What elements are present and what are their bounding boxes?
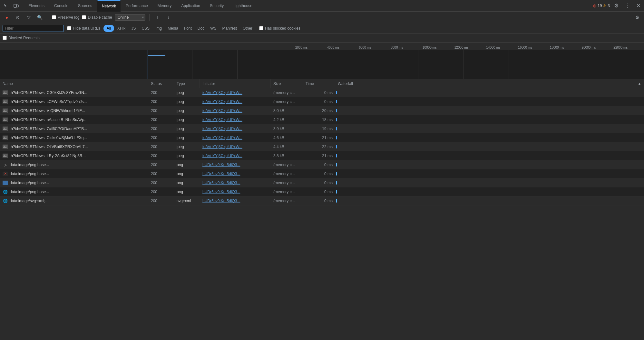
filter-all-button[interactable]: All xyxy=(103,25,114,32)
network-settings-icon[interactable]: ⚙ xyxy=(633,13,641,22)
close-devtools-icon[interactable]: ✕ xyxy=(634,1,643,10)
filter-media-button[interactable]: Media xyxy=(165,25,181,32)
table-row[interactable]: th?id=OPN.RTNews_OLVBbt8XPRXOhAL7... 200… xyxy=(0,142,644,151)
disable-cache-label[interactable]: Disable cache xyxy=(82,15,112,20)
tab-elements[interactable]: Elements xyxy=(24,0,49,12)
timeline-label-1: 4000 ms xyxy=(326,46,358,49)
td-status-2: 200 xyxy=(148,106,174,115)
table-row[interactable]: th?id=OPN.RTNews_7ciI6CPOtDaunHPTB... 20… xyxy=(0,124,644,133)
tab-console[interactable]: Console xyxy=(50,0,73,12)
waterfall-bar-3 xyxy=(336,118,337,121)
td-status-6: 200 xyxy=(148,142,174,151)
table-row[interactable]: th?id=OPN.RTNews_cCFWgSuVTqdv0nJs... 200… xyxy=(0,97,644,106)
td-initiator-7[interactable]: ioAVnYYj8CxpiUPxW... xyxy=(200,151,271,160)
th-waterfall[interactable]: Waterfall ▲ xyxy=(335,79,644,88)
tab-sources[interactable]: Sources xyxy=(73,0,97,12)
disable-cache-checkbox[interactable] xyxy=(82,15,86,19)
filter-button[interactable]: ▽ xyxy=(24,13,33,22)
tab-performance[interactable]: Performance xyxy=(121,0,152,12)
image-icon-0 xyxy=(3,90,8,95)
blocked-requests-label[interactable]: Blocked Requests xyxy=(3,36,40,40)
table-row[interactable]: th?id=OPN.RTNews_nAaccetB_NbnSuAVp... 20… xyxy=(0,115,644,124)
timeline-chart xyxy=(0,50,644,79)
tab-memory[interactable]: Memory xyxy=(153,0,176,12)
td-time-7: 21 ms xyxy=(303,151,335,160)
th-status[interactable]: Status xyxy=(148,79,174,88)
td-type-2: jpeg xyxy=(174,106,200,115)
td-initiator-9[interactable]: hUDr5cv9tKe-5diQ3... xyxy=(200,169,271,178)
filter-css-button[interactable]: CSS xyxy=(139,25,152,32)
filter-xhr-button[interactable]: XHR xyxy=(115,25,128,32)
td-initiator-3[interactable]: ioAVnYYj8CxpiUPxW... xyxy=(200,115,271,124)
filter-bar: Hide data URLs All XHR JS CSS Img Media … xyxy=(0,23,644,33)
network-throttle-select[interactable]: Online No throttling Slow 3G Fast 3G xyxy=(115,14,145,21)
td-initiator-6[interactable]: ioAVnYYj8CxpiUPxW... xyxy=(200,142,271,151)
table-row[interactable]: 🌐 data:image/png;base... 200 png hUDr5cv… xyxy=(0,187,644,196)
search-button[interactable]: 🔍 xyxy=(35,13,44,22)
tab-application[interactable]: Application xyxy=(177,0,205,12)
td-initiator-1[interactable]: ioAVnYYj8CxpiUPxW... xyxy=(200,97,271,106)
image-icon-1 xyxy=(3,99,8,104)
filter-js-button[interactable]: JS xyxy=(129,25,138,32)
td-initiator-5[interactable]: ioAVnYYj8CxpiUPxW... xyxy=(200,133,271,142)
filter-font-button[interactable]: Font xyxy=(181,25,194,32)
stop-button[interactable]: ⊘ xyxy=(14,13,22,22)
table-row[interactable]: th?id=OPN.RTNews_V-QNlW5hhomI1YtE... 200… xyxy=(0,106,644,115)
table-row[interactable]: ✕ data:image/png;base... 200 png hUDr5cv… xyxy=(0,169,644,178)
td-initiator-12[interactable]: hUDr5cv9tKe-5diQ3... xyxy=(200,196,271,205)
blocked-requests-checkbox[interactable] xyxy=(3,36,7,40)
timeline-label-8: 18000 ms xyxy=(549,46,581,49)
preserve-log-label[interactable]: Preserve log xyxy=(52,15,79,20)
td-time-5: 21 ms xyxy=(303,133,335,142)
image-icon-5 xyxy=(3,136,8,140)
filter-other-button[interactable]: Other xyxy=(240,25,255,32)
td-time-8: 0 ms xyxy=(303,160,335,169)
td-time-3: 18 ms xyxy=(303,115,335,124)
table-row[interactable]: 🌐 data:image/svg+xml;... 200 svg+xml hUD… xyxy=(0,196,644,205)
table-row[interactable]: th?id=OPN.RTNews_CG0kKIJ2s8YFuwGN... 200… xyxy=(0,88,644,97)
more-options-icon[interactable]: ⋮ xyxy=(623,1,632,10)
td-initiator-4[interactable]: ioAVnYYj8CxpiUPxW... xyxy=(200,124,271,133)
th-type[interactable]: Type xyxy=(174,79,200,88)
device-toolbar-icon[interactable] xyxy=(12,1,21,10)
has-blocked-cookies-checkbox[interactable] xyxy=(259,26,263,30)
table-row[interactable]: th?id=OPN.RTNews_Cidks0wSjMaG-LFXq... 20… xyxy=(0,133,644,142)
th-time[interactable]: Time xyxy=(303,79,335,88)
td-initiator-10[interactable]: hUDr5cv9tKe-5diQ3... xyxy=(200,178,271,187)
th-size[interactable]: Size xyxy=(271,79,303,88)
filter-img-button[interactable]: Img xyxy=(153,25,164,32)
devtools-settings-icon[interactable]: ⚙ xyxy=(612,1,621,10)
cursor-icon[interactable] xyxy=(1,1,10,10)
td-initiator-0[interactable]: ioAVnYYj8CxpiUPxW... xyxy=(200,88,271,97)
filter-input[interactable] xyxy=(3,25,64,32)
upload-har-button[interactable]: ↑ xyxy=(153,13,162,22)
timeline-grid xyxy=(147,50,644,79)
hide-data-urls-label[interactable]: Hide data URLs xyxy=(67,26,100,31)
download-har-button[interactable]: ↓ xyxy=(164,13,173,22)
tab-lighthouse[interactable]: Lighthouse xyxy=(229,0,257,12)
filter-manifest-button[interactable]: Manifest xyxy=(220,25,239,32)
hide-data-urls-checkbox[interactable] xyxy=(67,26,71,30)
has-blocked-cookies-label[interactable]: Has blocked cookies xyxy=(259,26,300,31)
timeline-label-7: 16000 ms xyxy=(517,46,549,49)
td-initiator-2[interactable]: ioAVnYYj8CxpiUPxW... xyxy=(200,106,271,115)
td-waterfall-0 xyxy=(335,88,644,97)
grid-line-4 xyxy=(283,50,328,79)
table-row[interactable]: ▷ data:image/png;base... 200 png hUDr5cv… xyxy=(0,160,644,169)
timeline-label-4: 10000 ms xyxy=(421,46,453,49)
td-initiator-8[interactable]: hUDr5cv9tKe-5diQ3... xyxy=(200,160,271,169)
th-name[interactable]: Name xyxy=(0,79,148,88)
td-waterfall-2 xyxy=(335,106,644,115)
filter-ws-button[interactable]: WS xyxy=(208,25,219,32)
network-throttle-wrapper[interactable]: Online No throttling Slow 3G Fast 3G xyxy=(115,14,145,21)
table-row[interactable]: th?id=OPN.RTNews_LRy-2AuKct82lNp3R... 20… xyxy=(0,151,644,160)
table-row[interactable]: data:image/png;base... 200 png hUDr5cv9t… xyxy=(0,178,644,187)
td-status-5: 200 xyxy=(148,133,174,142)
preserve-log-checkbox[interactable] xyxy=(52,15,56,19)
td-initiator-11[interactable]: hUDr5cv9tKe-5diQ3... xyxy=(200,187,271,196)
tab-network[interactable]: Network xyxy=(97,0,121,12)
record-button[interactable]: ● xyxy=(3,13,11,22)
tab-security[interactable]: Security xyxy=(205,0,228,12)
filter-doc-button[interactable]: Doc xyxy=(195,25,207,32)
th-initiator[interactable]: Initiator xyxy=(200,79,271,88)
